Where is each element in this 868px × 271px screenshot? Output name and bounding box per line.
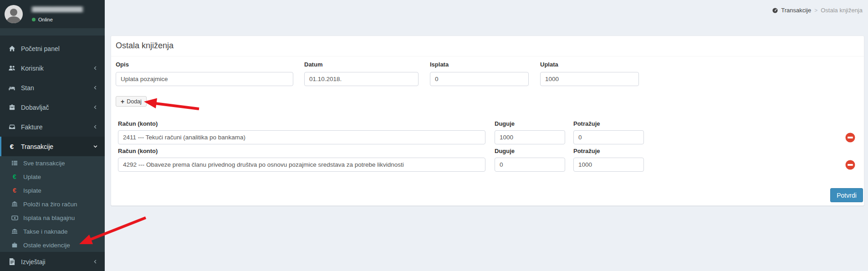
konto-label-row1: Račun (konto): [118, 120, 158, 127]
sidebar-item-label: Početni panel: [21, 45, 60, 52]
euro-icon: €: [7, 143, 16, 150]
submenu-item-label: Sve transakcije: [23, 160, 65, 167]
sidebar-section-divider: [0, 28, 105, 36]
report-file-icon: [7, 258, 16, 265]
euro-red-icon: €: [10, 187, 19, 194]
inbox-icon: [7, 123, 16, 130]
sidebar-item-label: Izvještaji: [21, 258, 46, 266]
submenu-item-ostale-evidencije[interactable]: Ostale evidencije: [0, 238, 105, 252]
submenu-item-isplata-na-blagajnu[interactable]: Isplata na blagajnu: [0, 211, 105, 225]
submenu-item-label: Položi na žiro račun: [23, 201, 77, 208]
potrazuje-label-row1: Potražuje: [573, 120, 600, 127]
bank-icon: [10, 201, 19, 207]
konto-input-row1[interactable]: [118, 130, 485, 144]
euro-green-icon: €: [10, 174, 19, 180]
duguje-input-row1[interactable]: [495, 130, 565, 144]
briefcase-icon: [7, 104, 16, 111]
breadcrumb-separator: >: [814, 7, 817, 14]
sidebar-item-stan[interactable]: Stan: [0, 78, 105, 97]
uplata-input[interactable]: [540, 72, 639, 86]
sidebar-item-korisnik[interactable]: Korisnik: [0, 58, 105, 78]
submenu-item-isplate[interactable]: € Isplate: [0, 184, 105, 197]
breadcrumb: Transakcije > Ostala knjiženja: [772, 7, 863, 14]
add-row-button[interactable]: + Dodaj: [116, 96, 147, 107]
breadcrumb-section-label: Transakcije: [781, 7, 811, 14]
sidebar-item-label: Fakture: [21, 123, 42, 131]
confirm-button[interactable]: Potvrdi: [830, 188, 863, 202]
submenu-item-polozi-na-ziro-racun[interactable]: Položi na žiro račun: [0, 197, 105, 211]
chevron-left-icon: [93, 259, 98, 264]
sidebar: ██████ █████████ Online Početni panel Ko…: [0, 0, 105, 271]
bank-icon: [10, 228, 19, 235]
remove-row1-button[interactable]: [845, 133, 855, 143]
remove-row2-button[interactable]: [845, 160, 855, 170]
submenu-item-sve-transakcije[interactable]: Sve transakcije: [0, 156, 105, 170]
konto-label-row2: Račun (konto): [118, 148, 158, 154]
user-status[interactable]: Online: [32, 17, 53, 22]
users-icon: [7, 65, 16, 72]
minus-circle-icon: [845, 164, 855, 171]
isplata-input[interactable]: [430, 72, 529, 86]
opis-input[interactable]: [116, 72, 293, 86]
sidebar-item-izvjestaji[interactable]: Izvještaji: [0, 252, 105, 271]
breadcrumb-transakcije[interactable]: Transakcije: [772, 7, 811, 14]
chevron-left-icon: [93, 124, 98, 129]
opis-label: Opis: [116, 61, 129, 68]
submenu-item-label: Uplate: [23, 174, 41, 180]
sidebar-menu-bottom: Izvještaji: [0, 252, 105, 271]
bed-icon: [7, 84, 16, 91]
duguje-input-row2[interactable]: [495, 158, 565, 172]
submenu-item-label: Ostale evidencije: [23, 242, 70, 249]
potrazuje-input-row1[interactable]: [573, 130, 644, 144]
sidebar-item-label: Korisnik: [21, 65, 44, 72]
content-area: Transakcije > Ostala knjiženja Ostala kn…: [105, 0, 868, 271]
sidebar-item-pocetni-panel[interactable]: Početni panel: [0, 39, 105, 58]
sidebar-item-dobavljac[interactable]: Dobavljač: [0, 97, 105, 117]
panel-divider: [111, 56, 864, 56]
breadcrumb-page-label: Ostala knjiženja: [821, 7, 863, 14]
uplata-label: Uplata: [540, 61, 558, 68]
datum-label: Datum: [304, 61, 322, 68]
user-panel: ██████ █████████ Online: [0, 0, 105, 28]
home-icon: [7, 45, 16, 52]
datum-input[interactable]: [304, 72, 419, 86]
sidebar-menu: Početni panel Korisnik Stan Dobavljač: [0, 39, 105, 156]
submenu-item-label: Takse i naknade: [23, 228, 68, 235]
submenu-item-label: Isplata na blagajnu: [23, 215, 75, 221]
chevron-left-icon: [93, 66, 98, 71]
transakcije-submenu: Sve transakcije € Uplate € Isplate Polož…: [0, 156, 105, 252]
minus-circle-icon: [845, 137, 855, 144]
chevron-left-icon: [93, 85, 98, 90]
sidebar-item-fakture[interactable]: Fakture: [0, 117, 105, 137]
potrazuje-input-row2[interactable]: [573, 158, 644, 172]
online-dot-icon: [32, 18, 36, 21]
chevron-down-icon: [93, 144, 98, 149]
submenu-item-uplate[interactable]: € Uplate: [0, 170, 105, 184]
page-title: Ostala knjiženja: [116, 41, 174, 51]
sidebar-item-label: Transakcije: [21, 143, 53, 150]
sidebar-item-label: Dobavljač: [21, 104, 49, 111]
potrazuje-label-row2: Potražuje: [573, 148, 600, 154]
user-status-label: Online: [38, 17, 53, 22]
avatar: [5, 5, 23, 23]
ostala-knjizenja-panel: Ostala knjiženja Opis Datum Isplata Upla…: [111, 36, 864, 206]
submenu-item-label: Isplate: [23, 187, 41, 194]
konto-input-row2[interactable]: [118, 158, 485, 172]
add-row-button-label: Dodaj: [127, 98, 142, 105]
user-name: ██████ █████████: [32, 7, 82, 12]
submenu-item-takse-i-naknade[interactable]: Takse i naknade: [0, 225, 105, 238]
dashboard-icon: [772, 7, 778, 14]
duguje-label-row1: Duguje: [495, 120, 515, 127]
suitcase-icon: [10, 242, 19, 248]
sidebar-item-label: Stan: [21, 84, 34, 92]
isplata-label: Isplata: [430, 61, 449, 68]
chevron-left-icon: [93, 105, 98, 110]
banknote-icon: [10, 215, 19, 221]
duguje-label-row2: Duguje: [495, 148, 515, 154]
sidebar-item-transakcije[interactable]: € Transakcije: [0, 137, 105, 156]
list-icon: [10, 160, 19, 166]
plus-icon: +: [121, 98, 124, 105]
